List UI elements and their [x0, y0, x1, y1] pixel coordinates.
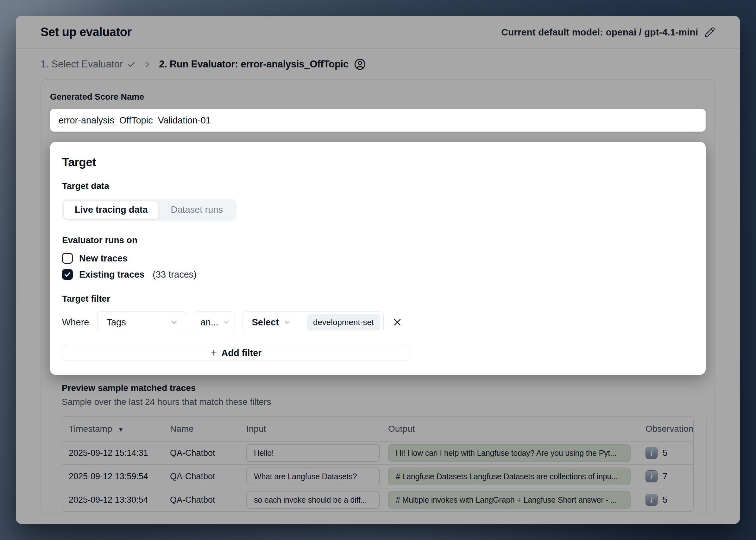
step2-label: 2. Run Evaluator: error-analysis_OffTopi… [159, 59, 349, 70]
where-label: Where [62, 317, 89, 328]
filter-column-value: Tags [106, 317, 126, 328]
info-badge-icon: i [646, 494, 658, 506]
new-traces-label[interactable]: New traces [79, 253, 128, 264]
preview-subtitle: Sample over the last 24 hours that match… [62, 397, 694, 407]
checkmark-icon [64, 271, 71, 278]
cell-input: Hello! [239, 444, 380, 462]
output-pill: Hi! How can I help with Langfuse today? … [388, 444, 631, 462]
chevron-down-icon [170, 318, 178, 326]
tab-dataset-runs[interactable]: Dataset runs [159, 201, 234, 219]
cell-observation-levels: i 5 [638, 447, 693, 459]
existing-traces-label[interactable]: Existing traces [79, 269, 144, 280]
dialog-header: Set up evaluator Current default model: … [16, 16, 740, 49]
sort-desc-icon: ▼ [118, 426, 124, 433]
add-filter-button[interactable]: + Add filter [62, 345, 410, 361]
page-title: Set up evaluator [41, 25, 132, 39]
filter-column-select[interactable]: Tags [97, 312, 186, 333]
evaluator-runs-on-label: Evaluator runs on [62, 235, 693, 245]
cell-input: so each invoke should be a diff... [239, 491, 380, 509]
selected-tag-chip[interactable]: development-set [307, 314, 380, 331]
edit-model-button[interactable] [704, 27, 715, 38]
target-card: Target Target data Live tracing data Dat… [50, 142, 706, 375]
existing-traces-checkbox[interactable] [62, 269, 73, 280]
run-evaluator-form: Generated Score Name error-analysis_OffT… [41, 79, 715, 514]
cell-name: QA-Chatbot [164, 495, 239, 505]
scrollbar-track[interactable] [706, 419, 707, 514]
table-row[interactable]: 2025-09-12 13:59:54 QA-Chatbot What are … [63, 464, 693, 488]
observation-count: 7 [663, 471, 668, 481]
filter-value-placeholder: Select [252, 317, 279, 328]
tab-live-tracing-data[interactable]: Live tracing data [64, 201, 159, 219]
cell-input: What are Langfuse Datasets? [239, 468, 380, 485]
observation-count: 5 [663, 448, 668, 458]
setup-evaluator-dialog: Set up evaluator Current default model: … [16, 16, 740, 524]
input-pill: so each invoke should be a diff... [246, 491, 380, 509]
score-name-input[interactable]: error-analysis_OffTopic_Validation-01 [50, 109, 706, 132]
step-run-evaluator[interactable]: 2. Run Evaluator: error-analysis_OffTopi… [159, 58, 366, 70]
new-traces-option: New traces [62, 253, 693, 264]
filter-operator-select[interactable]: an... [194, 312, 235, 333]
table-header-row: Timestamp ▼ Name Input Output Observatio… [63, 417, 693, 441]
output-pill: # Multiple invokes with LangGraph + Lang… [388, 491, 631, 509]
cell-name: QA-Chatbot [164, 448, 239, 458]
timestamp-header-label: Timestamp [69, 424, 112, 434]
output-pill: # Langfuse Datasets Langfuse Datasets ar… [388, 468, 631, 485]
observation-count: 5 [663, 495, 668, 505]
preview-section: Preview sample matched traces Sample ove… [62, 383, 694, 512]
cell-name: QA-Chatbot [164, 472, 239, 481]
add-filter-label: Add filter [221, 348, 261, 358]
existing-traces-count: (33 traces) [153, 269, 197, 280]
traces-table: Timestamp ▼ Name Input Output Observatio… [62, 416, 694, 512]
plus-icon: + [211, 347, 217, 358]
cell-output: # Langfuse Datasets Langfuse Datasets ar… [380, 468, 638, 485]
remove-filter-button[interactable] [392, 318, 402, 327]
close-icon [392, 318, 402, 327]
table-row[interactable]: 2025-09-12 15:14:31 QA-Chatbot Hello! Hi… [63, 441, 693, 464]
chevron-down-icon [283, 319, 291, 326]
cell-observation-levels: i 5 [638, 494, 693, 506]
step1-label: 1. Select Evaluator [41, 59, 123, 70]
default-model-area: Current default model: openai / gpt-4.1-… [501, 27, 715, 38]
column-header-name[interactable]: Name [164, 424, 239, 434]
cell-output: Hi! How can I help with Langfuse today? … [380, 444, 638, 462]
cell-timestamp: 2025-09-12 15:14:31 [63, 448, 164, 458]
column-header-timestamp[interactable]: Timestamp ▼ [63, 424, 164, 434]
target-data-label: Target data [62, 181, 693, 191]
target-data-tabs: Live tracing data Dataset runs [62, 199, 236, 220]
target-filter-label: Target filter [62, 294, 693, 304]
info-badge-icon: i [646, 447, 658, 459]
input-pill: Hello! [246, 444, 380, 462]
filter-row: Where Tags an... Select [62, 312, 693, 333]
filter-value-select[interactable]: Select development-set [242, 312, 384, 333]
breadcrumb: 1. Select Evaluator 2. Run Evaluator: er… [16, 49, 740, 79]
check-icon [127, 60, 135, 68]
pencil-icon [704, 27, 715, 38]
new-traces-checkbox[interactable] [62, 253, 73, 264]
chevron-down-icon [223, 319, 229, 326]
cell-output: # Multiple invokes with LangGraph + Lang… [380, 491, 638, 509]
input-pill: What are Langfuse Datasets? [246, 468, 380, 485]
table-row[interactable]: 2025-09-12 13:30:54 QA-Chatbot so each i… [63, 488, 693, 511]
target-heading: Target [62, 156, 693, 169]
preview-title: Preview sample matched traces [62, 383, 694, 393]
default-model-label: Current default model: openai / gpt-4.1-… [501, 27, 698, 38]
column-header-observation-levels[interactable]: Observation Levels [638, 424, 693, 434]
chevron-right-icon [143, 60, 151, 68]
existing-traces-option: Existing traces (33 traces) [62, 269, 693, 280]
column-header-input[interactable]: Input [239, 424, 380, 434]
step-select-evaluator[interactable]: 1. Select Evaluator [41, 59, 135, 70]
cell-timestamp: 2025-09-12 13:59:54 [63, 472, 164, 481]
user-circle-icon [354, 58, 366, 70]
column-header-output[interactable]: Output [380, 424, 638, 434]
score-name-label: Generated Score Name [50, 92, 706, 102]
info-badge-icon: i [646, 471, 658, 482]
cell-timestamp: 2025-09-12 13:30:54 [63, 495, 164, 505]
cell-observation-levels: i 7 [638, 471, 693, 482]
filter-operator-value: an... [201, 317, 218, 328]
